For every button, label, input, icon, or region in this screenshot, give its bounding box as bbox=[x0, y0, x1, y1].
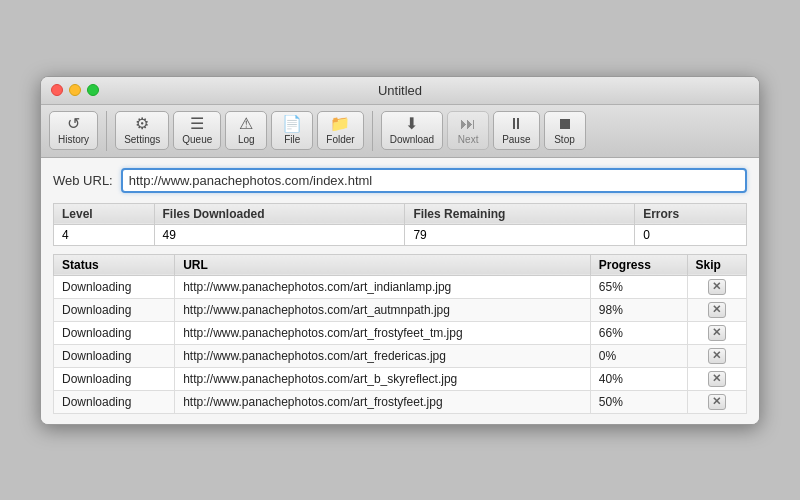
table-row: Downloadinghttp://www.panachephotos.com/… bbox=[54, 275, 747, 298]
history-label: History bbox=[58, 134, 89, 145]
status-cell: Downloading bbox=[54, 275, 175, 298]
skip-button[interactable]: ✕ bbox=[708, 279, 726, 295]
skip-button[interactable]: ✕ bbox=[708, 302, 726, 318]
pause-icon: ⏸ bbox=[508, 116, 524, 132]
skip-cell: ✕ bbox=[687, 344, 746, 367]
next-icon: ⏭ bbox=[460, 116, 476, 132]
col-header-url: URL bbox=[175, 254, 591, 275]
stats-header-level: Level bbox=[54, 203, 155, 224]
log-label: Log bbox=[238, 134, 255, 145]
skip-cell: ✕ bbox=[687, 390, 746, 413]
skip-button[interactable]: ✕ bbox=[708, 371, 726, 387]
stop-label: Stop bbox=[554, 134, 575, 145]
queue-label: Queue bbox=[182, 134, 212, 145]
status-cell: Downloading bbox=[54, 298, 175, 321]
folder-button[interactable]: 📁 Folder bbox=[317, 111, 363, 150]
url-cell: http://www.panachephotos.com/art_b_skyre… bbox=[175, 367, 591, 390]
main-window: Untitled ↺ History ⚙ Settings ☰ Queue ⚠ … bbox=[40, 76, 760, 425]
settings-label: Settings bbox=[124, 134, 160, 145]
settings-icon: ⚙ bbox=[135, 116, 149, 132]
url-label: Web URL: bbox=[53, 173, 113, 188]
file-icon: 📄 bbox=[282, 116, 302, 132]
skip-cell: ✕ bbox=[687, 298, 746, 321]
separator-1 bbox=[106, 111, 107, 151]
download-label: Download bbox=[390, 134, 434, 145]
downloads-table: Status URL Progress Skip Downloadinghttp… bbox=[53, 254, 747, 414]
progress-cell: 50% bbox=[590, 390, 687, 413]
stats-level: 4 bbox=[54, 224, 155, 245]
progress-cell: 0% bbox=[590, 344, 687, 367]
stats-header-errors: Errors bbox=[635, 203, 747, 224]
log-button[interactable]: ⚠ Log bbox=[225, 111, 267, 150]
stats-header-remaining: Files Remaining bbox=[405, 203, 635, 224]
stats-table: Level Files Downloaded Files Remaining E… bbox=[53, 203, 747, 246]
maximize-button[interactable] bbox=[87, 84, 99, 96]
download-icon: ⬇ bbox=[405, 116, 418, 132]
queue-icon: ☰ bbox=[190, 116, 204, 132]
next-label: Next bbox=[458, 134, 479, 145]
skip-button[interactable]: ✕ bbox=[708, 325, 726, 341]
file-label: File bbox=[284, 134, 300, 145]
pause-button[interactable]: ⏸ Pause bbox=[493, 111, 539, 150]
skip-cell: ✕ bbox=[687, 275, 746, 298]
stats-remaining: 79 bbox=[405, 224, 635, 245]
content-area: Web URL: Level Files Downloaded Files Re… bbox=[41, 158, 759, 424]
stats-header-downloaded: Files Downloaded bbox=[154, 203, 405, 224]
table-row: Downloadinghttp://www.panachephotos.com/… bbox=[54, 367, 747, 390]
table-row: Downloadinghttp://www.panachephotos.com/… bbox=[54, 390, 747, 413]
history-icon: ↺ bbox=[67, 116, 80, 132]
folder-label: Folder bbox=[326, 134, 354, 145]
skip-button[interactable]: ✕ bbox=[708, 394, 726, 410]
status-cell: Downloading bbox=[54, 390, 175, 413]
url-cell: http://www.panachephotos.com/art_frederi… bbox=[175, 344, 591, 367]
close-button[interactable] bbox=[51, 84, 63, 96]
col-header-progress: Progress bbox=[590, 254, 687, 275]
settings-button[interactable]: ⚙ Settings bbox=[115, 111, 169, 150]
file-button[interactable]: 📄 File bbox=[271, 111, 313, 150]
queue-button[interactable]: ☰ Queue bbox=[173, 111, 221, 150]
skip-cell: ✕ bbox=[687, 321, 746, 344]
log-icon: ⚠ bbox=[239, 116, 253, 132]
url-cell: http://www.panachephotos.com/art_frostyf… bbox=[175, 321, 591, 344]
status-cell: Downloading bbox=[54, 344, 175, 367]
stats-downloaded: 49 bbox=[154, 224, 405, 245]
download-button[interactable]: ⬇ Download bbox=[381, 111, 443, 150]
folder-icon: 📁 bbox=[330, 116, 350, 132]
history-button[interactable]: ↺ History bbox=[49, 111, 98, 150]
col-header-skip: Skip bbox=[687, 254, 746, 275]
col-header-status: Status bbox=[54, 254, 175, 275]
next-button[interactable]: ⏭ Next bbox=[447, 111, 489, 150]
progress-cell: 98% bbox=[590, 298, 687, 321]
stats-errors: 0 bbox=[635, 224, 747, 245]
titlebar: Untitled bbox=[41, 77, 759, 105]
url-cell: http://www.panachephotos.com/art_autmnpa… bbox=[175, 298, 591, 321]
status-cell: Downloading bbox=[54, 321, 175, 344]
minimize-button[interactable] bbox=[69, 84, 81, 96]
progress-cell: 40% bbox=[590, 367, 687, 390]
skip-button[interactable]: ✕ bbox=[708, 348, 726, 364]
url-cell: http://www.panachephotos.com/art_frostyf… bbox=[175, 390, 591, 413]
separator-2 bbox=[372, 111, 373, 151]
progress-cell: 66% bbox=[590, 321, 687, 344]
table-row: Downloadinghttp://www.panachephotos.com/… bbox=[54, 298, 747, 321]
traffic-lights bbox=[51, 84, 99, 96]
table-row: Downloadinghttp://www.panachephotos.com/… bbox=[54, 344, 747, 367]
stop-button[interactable]: ⏹ Stop bbox=[544, 111, 586, 150]
toolbar: ↺ History ⚙ Settings ☰ Queue ⚠ Log 📄 Fil… bbox=[41, 105, 759, 158]
table-row: Downloadinghttp://www.panachephotos.com/… bbox=[54, 321, 747, 344]
window-title: Untitled bbox=[378, 83, 422, 98]
url-row: Web URL: bbox=[53, 168, 747, 193]
url-input[interactable] bbox=[121, 168, 747, 193]
pause-label: Pause bbox=[502, 134, 530, 145]
url-cell: http://www.panachephotos.com/art_indianl… bbox=[175, 275, 591, 298]
status-cell: Downloading bbox=[54, 367, 175, 390]
skip-cell: ✕ bbox=[687, 367, 746, 390]
stop-icon: ⏹ bbox=[557, 116, 573, 132]
progress-cell: 65% bbox=[590, 275, 687, 298]
